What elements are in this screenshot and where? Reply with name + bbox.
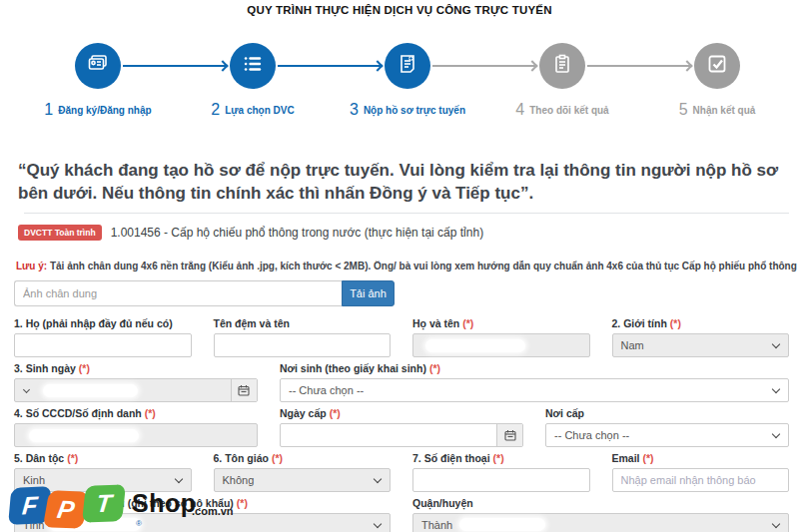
selected-value: -- Chưa chọn -- [554,429,629,441]
field-label: 6. Tôn giáo(*) [214,452,392,465]
ho-input[interactable] [14,333,192,357]
field-ton-giao: 6. Tôn giáo(*) Không [214,452,392,492]
divider [24,213,789,214]
selected-value: Nam [621,339,644,351]
field-label: 5. Dân tộc(*) [14,452,192,465]
field-label: 7. Số điện thoại(*) [412,452,590,465]
chevron-down-icon [772,339,780,347]
field-label: Email(*) [612,452,790,465]
ho-va-ten-input [412,333,590,357]
progress-stepper: 1Đăng ký/Đăng nhập 2Lựa chọn DVC 3Nộp hồ… [0,16,799,116]
step-label-nhan-ket-qua: 5Nhận kết quả [632,100,799,119]
calendar-icon[interactable] [231,379,257,401]
chevron-down-icon [174,474,182,482]
chevron-down-icon [772,519,780,527]
page-title: QUY TRÌNH THỰC HIỆN DỊCH VỤ CÔNG TRỰC TU… [0,0,799,16]
email-input[interactable] [612,468,790,492]
step-connector-arrow [123,65,227,67]
field-label: Nơi cấp [545,407,789,420]
step-label-dang-ky: 1Đăng ký/Đăng nhập [13,100,183,119]
photo-filename-input[interactable] [14,280,342,306]
upload-photo-button[interactable]: Tải ảnh [342,280,395,306]
noi-sinh-select[interactable]: -- Chưa chọn -- [280,378,789,402]
step-number: 3 [350,101,359,118]
redacted-blur [459,518,545,531]
step-text: Theo dõi kết quả [529,105,608,116]
step-text: Nhận kết quả [693,105,756,116]
ten-dem-input[interactable] [214,333,392,357]
gioi-tinh-select[interactable]: Nam [612,333,790,357]
field-label: 4. Số CCCD/Số định danh(*) [14,407,258,420]
form-row-3: 4. Số CCCD/Số định danh(*) Ngày cấp(*) [14,407,789,447]
step-connector-arrow [278,65,382,67]
step-5-circle [694,43,740,89]
step-label-lua-chon-dvc: 2Lựa chọn DVC [168,100,338,119]
calendar-icon[interactable] [496,424,522,446]
photo-upload-group: Tải ảnh [14,280,395,306]
step-1-circle [75,43,121,89]
selected-value: Không [223,474,255,486]
field-label: Ngày cấp(*) [280,407,523,420]
redacted-blur [425,339,525,352]
field-quan-huyen: Quận/huyện Thành [412,497,789,532]
step-number: 4 [515,101,524,118]
photo-note: Lưu ý: Tải ảnh chân dung 4x6 nền trắng (… [16,261,799,271]
field-noi-cap: Nơi cấp -- Chưa chọn -- [545,407,789,447]
step-3-circle [385,43,430,89]
fpt-shop-wordmark: Shop [132,489,197,518]
chevron-down-icon [374,519,382,527]
fpt-shop-domain: .com.vn [192,505,234,517]
noi-cap-select[interactable]: -- Chưa chọn -- [545,423,789,447]
chevron-down-icon [374,474,382,482]
notice-text: “Quý khách đang tạo hồ sơ để nộp trực tu… [18,160,787,206]
field-cccd: 4. Số CCCD/Số định danh(*) [14,407,258,447]
step-connector-arrow [587,65,691,67]
list-icon [241,52,265,80]
chevron-down-icon [23,385,30,392]
step-text: Đăng ký/Đăng nhập [58,105,151,116]
dvctt-badge: DVCTT Toàn trình [18,225,102,241]
cccd-input [14,423,258,447]
dien-thoai-input[interactable] [412,468,590,492]
field-label: Nơi sinh (theo giấy khai sinh)(*) [280,362,789,375]
step-number: 2 [211,101,220,118]
sinh-ngay-datepicker[interactable] [14,378,258,402]
page: QUY TRÌNH THỰC HIỆN DỊCH VỤ CÔNG TRỰC TU… [0,0,799,532]
fpt-logo-p-tile: P [43,490,89,528]
step-text: Lựa chọn DVC [225,105,294,116]
redacted-blur [43,384,138,397]
field-label: Họ và tên(*) [412,317,590,330]
document-icon [396,52,419,80]
field-noi-sinh: Nơi sinh (theo giấy khai sinh)(*) -- Chư… [280,362,789,402]
chevron-down-icon [772,384,780,392]
field-dien-thoai: 7. Số điện thoại(*) [412,452,590,492]
check-square-icon [705,52,729,80]
registered-mark-icon: ® [136,519,142,528]
field-label: 2. Giới tính(*) [612,317,790,330]
ngay-cap-datepicker[interactable] [280,423,523,447]
field-ten-dem: Tên đệm và tên [214,317,392,357]
redacted-blur [29,429,139,442]
step-number: 5 [679,101,688,118]
field-label: 1. Họ (phải nhập đầy đủ nếu có) [14,317,192,330]
step-connector-arrow [432,65,536,67]
service-row: DVCTT Toàn trình 1.001456 - Cấp hộ chiếu… [18,225,799,241]
step-number: 1 [44,101,53,118]
form-row-1: 1. Họ (phải nhập đầy đủ nếu có) Tên đệm … [14,317,789,357]
fpt-logo-t-tile: T [82,484,126,522]
quan-huyen-select[interactable]: Thành [412,513,789,532]
ton-giao-select[interactable]: Không [214,468,392,492]
clipboard-icon [550,52,574,80]
selected-value: Thành [421,519,452,531]
id-card-icon [86,52,110,80]
field-ho-va-ten: Họ và tên(*) [412,317,590,357]
field-ho: 1. Họ (phải nhập đầy đủ nếu có) [14,317,192,357]
selected-value: -- Chưa chọn -- [289,384,364,396]
service-name: 1.001456 - Cấp hộ chiếu phổ thông trong … [111,226,484,240]
step-text: Nộp hồ sơ trực tuyến [364,105,465,116]
selected-value: Kinh [23,474,45,486]
chevron-down-icon [772,429,780,437]
field-label: Quận/huyện [412,497,789,510]
field-label: Tên đệm và tên [214,317,392,330]
field-email: Email(*) [612,452,790,492]
